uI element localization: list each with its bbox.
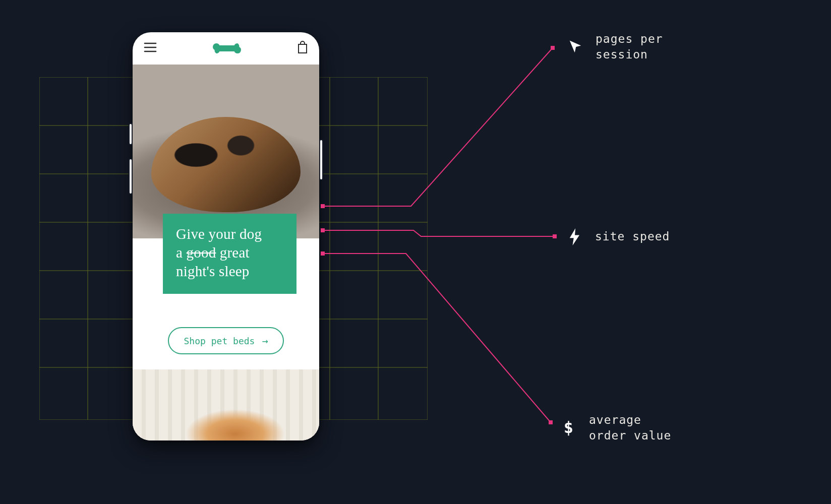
hero-headline-card: Give your dog a good great night's sleep	[163, 214, 296, 294]
hero-headline-strike: good	[187, 244, 216, 261]
cursor-icon	[566, 38, 584, 56]
metric-site-speed: site speed	[566, 228, 670, 246]
metric-pages-per-session: pages per session	[566, 31, 663, 62]
shopping-bag-icon[interactable]	[297, 41, 308, 56]
svg-rect-24	[321, 228, 325, 232]
metric-label: average order value	[589, 412, 671, 444]
hero-headline-line1: Give your dog	[176, 225, 283, 243]
svg-rect-23	[321, 204, 325, 208]
metric-label: site speed	[595, 229, 670, 244]
arrow-right-icon: →	[262, 335, 268, 347]
hero-image-dog-sleeping	[133, 65, 319, 238]
hero-headline-l2-post: great	[216, 244, 249, 261]
cta-label: Shop pet beds	[184, 336, 255, 346]
phone-header	[133, 32, 319, 65]
svg-rect-25	[321, 251, 325, 256]
secondary-image-dog-blanket	[133, 369, 319, 440]
metric-average-order-value: $ average order value	[560, 412, 671, 444]
metric-label: pages per session	[596, 31, 663, 62]
hero-headline-line2: a good great	[176, 243, 283, 262]
lightning-icon	[566, 228, 584, 246]
phone-side-button	[129, 158, 133, 195]
phone-side-button	[129, 123, 133, 145]
hero-headline-l2-pre: a	[176, 244, 187, 261]
phone-side-button	[319, 139, 323, 180]
hamburger-menu-icon[interactable]	[144, 42, 157, 54]
bone-logo-icon	[211, 42, 243, 55]
svg-rect-21	[553, 234, 557, 238]
svg-rect-22	[549, 420, 553, 424]
svg-rect-20	[551, 46, 555, 50]
dollar-icon: $	[560, 419, 578, 437]
metric-connectors	[0, 0, 831, 504]
shop-pet-beds-button[interactable]: Shop pet beds →	[168, 327, 284, 354]
hero-headline-line3: night's sleep	[176, 262, 283, 281]
phone-mockup: Shop pet beds → Give your dog a good gre…	[133, 32, 319, 440]
